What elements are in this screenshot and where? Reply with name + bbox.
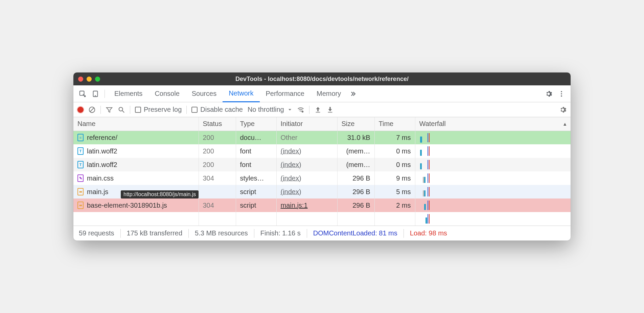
svg-point-8 [119,107,123,111]
more-tabs-icon[interactable] [348,88,360,100]
table-row[interactable]: ⬌ main.js http://localhost:8080/js/main.… [73,185,571,199]
divider [105,90,105,98]
size-cell: (mem… [337,144,374,158]
status-requests: 59 requests [79,229,114,237]
request-name: latin.woff2 [87,161,117,169]
tab-sources[interactable]: Sources [186,85,223,102]
table-row[interactable]: ⬌ base-element-3018901b.js 304 script ma… [73,199,571,212]
table-row[interactable]: ✎ main.css 304 styles… (index) 296 B 9 m… [73,171,571,185]
status-bar: 59 requests 175 kB transferred 5.3 MB re… [73,226,571,241]
column-header-time[interactable]: Time [374,117,415,131]
devtools-window: DevTools - localhost:8080/docs/devtools/… [73,72,571,241]
preserve-log-checkbox[interactable]: Preserve log [135,106,182,113]
request-name: main.css [87,174,114,182]
filter-icon[interactable] [106,106,113,113]
sort-indicator-icon: ▲ [562,121,567,127]
status-cell: 200 [199,144,236,158]
minimize-window-icon[interactable] [87,77,92,82]
maximize-window-icon[interactable] [95,77,100,82]
close-window-icon[interactable] [78,77,83,82]
tab-network[interactable]: Network [223,85,259,102]
status-cell: 304 [199,199,236,212]
record-button[interactable] [77,107,84,113]
preserve-log-label: Preserve log [144,106,182,113]
search-icon[interactable] [118,106,125,113]
throttling-select[interactable]: No throttling [248,106,292,113]
device-toggle-icon[interactable] [90,88,101,100]
type-cell: font [236,158,276,171]
network-toolbar: Preserve log Disable cache No throttling [73,102,571,117]
disable-cache-checkbox[interactable]: Disable cache [191,106,243,113]
kebab-menu-icon[interactable] [556,88,567,100]
waterfall-cell [419,173,567,183]
css-file-icon: ✎ [77,174,84,182]
time-cell: 0 ms [374,144,415,158]
waterfall-cell [419,201,567,210]
initiator-link[interactable]: (index) [281,174,301,182]
size-cell: (mem… [337,158,374,171]
table-row [73,212,571,226]
font-file-icon: T [77,161,84,168]
table-row[interactable]: T latin.woff2 200 font (index) (mem… 0 m… [73,144,571,158]
table-row[interactable]: T latin.woff2 200 font (index) (mem… 0 m… [73,158,571,171]
column-header-initiator[interactable]: Initiator [276,117,337,131]
svg-line-7 [90,107,94,112]
column-header-name[interactable]: Name [73,117,199,131]
svg-line-9 [122,110,124,112]
network-conditions-icon[interactable] [297,106,304,113]
waterfall-cell [419,133,567,143]
table-row[interactable]: ≡ reference/ 200 docu… Other 31.0 kB 7 m… [73,131,571,144]
waterfall-cell [419,214,567,224]
time-cell: 5 ms [374,185,415,199]
column-header-status[interactable]: Status [199,117,236,131]
time-cell: 9 ms [374,171,415,185]
tab-console[interactable]: Console [148,85,185,102]
disable-cache-label: Disable cache [200,106,243,113]
table-header-row: Name Status Type Initiator Size Time Wat… [73,117,571,131]
url-tooltip: http://localhost:8080/js/main.js [121,190,199,199]
initiator-link[interactable]: main.js:1 [281,202,308,209]
time-cell: 7 ms [374,131,415,144]
tab-elements[interactable]: Elements [108,85,148,102]
column-header-waterfall[interactable]: Waterfall▲ [415,117,571,131]
type-cell: styles… [236,171,276,185]
type-cell: docu… [236,131,276,144]
js-file-icon: ⬌ [77,202,84,209]
status-cell [199,185,236,199]
initiator-link[interactable]: (index) [281,147,301,155]
status-cell: 200 [199,158,236,171]
tab-memory[interactable]: Memory [310,85,347,102]
main-tabbar: ElementsConsoleSourcesNetworkPerformance… [73,85,571,102]
request-name: reference/ [87,134,117,142]
doc-file-icon: ≡ [77,134,84,141]
upload-har-icon[interactable] [314,106,322,113]
network-settings-icon[interactable] [559,106,567,113]
status-cell: 200 [199,131,236,144]
window-traffic-lights[interactable] [78,77,100,82]
initiator-link[interactable]: (index) [281,188,301,195]
waterfall-cell [419,187,567,196]
waterfall-cell [419,146,567,156]
size-cell: 296 B [337,171,374,185]
column-header-size[interactable]: Size [337,117,374,131]
status-finish: Finish: 1.16 s [260,229,301,237]
throttling-value: No throttling [248,106,284,113]
size-cell: 31.0 kB [337,131,374,144]
js-file-icon: ⬌ [77,188,84,195]
clear-icon[interactable] [88,106,96,113]
status-domcontentloaded: DOMContentLoaded: 81 ms [313,229,397,237]
status-load: Load: 98 ms [410,229,447,237]
settings-icon[interactable] [543,88,554,100]
time-cell: 2 ms [374,199,415,212]
font-file-icon: T [77,147,84,155]
svg-point-10 [302,110,304,112]
svg-point-4 [561,93,562,95]
svg-point-3 [561,91,562,92]
initiator-link[interactable]: (index) [281,161,301,168]
column-header-type[interactable]: Type [236,117,276,131]
type-cell: font [236,144,276,158]
request-name: main.js [87,188,108,196]
download-har-icon[interactable] [326,106,334,113]
inspect-element-icon[interactable] [77,88,88,100]
tab-performance[interactable]: Performance [260,85,311,102]
